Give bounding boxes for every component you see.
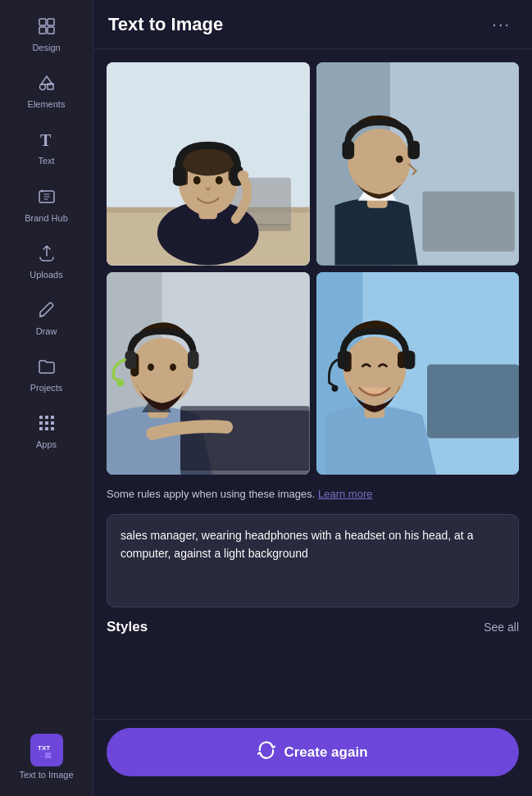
sidebar-item-projects[interactable]: Projects <box>0 348 93 402</box>
learn-more-link[interactable]: Learn more <box>318 488 372 500</box>
svg-point-54 <box>116 379 124 386</box>
svg-rect-65 <box>402 350 415 369</box>
svg-rect-15 <box>39 427 43 430</box>
svg-rect-44 <box>422 192 515 252</box>
svg-rect-64 <box>337 350 349 369</box>
header: Text to Image ··· <box>93 0 532 49</box>
sidebar-item-brand-hub-label: Brand Hub <box>25 213 68 224</box>
uploads-icon <box>37 243 57 266</box>
text-icon: T <box>37 130 57 152</box>
rules-text: Some rules apply when using these images… <box>107 486 519 503</box>
draw-icon <box>37 300 57 323</box>
sidebar-item-text-label: Text <box>38 156 54 166</box>
svg-rect-14 <box>51 421 54 425</box>
main-panel: Text to Image ··· <box>93 0 532 796</box>
svg-text:TXT: TXT <box>38 744 50 752</box>
svg-point-41 <box>395 156 402 163</box>
image-2-bg <box>316 62 520 266</box>
svg-rect-52 <box>125 350 137 369</box>
elements-icon <box>37 73 57 96</box>
svg-point-33 <box>216 176 223 184</box>
svg-point-51 <box>170 363 176 371</box>
sidebar-item-text[interactable]: T Text <box>0 121 93 175</box>
sidebar-item-uploads[interactable]: Uploads <box>0 235 93 289</box>
svg-point-50 <box>148 363 154 371</box>
svg-rect-2 <box>39 27 46 34</box>
refresh-icon <box>257 741 275 763</box>
svg-rect-0 <box>39 19 46 25</box>
svg-rect-3 <box>48 27 54 34</box>
svg-text:→🖼: →🖼 <box>38 753 52 760</box>
image-4-bg <box>316 272 520 475</box>
svg-rect-34 <box>173 166 186 186</box>
design-icon <box>37 16 57 39</box>
page-title: Text to Image <box>108 14 223 35</box>
brand-hub-icon <box>37 187 57 210</box>
sidebar-item-apps[interactable]: Apps <box>0 405 93 458</box>
image-grid <box>107 62 519 475</box>
svg-rect-59 <box>427 364 520 438</box>
prompt-input[interactable] <box>120 526 505 592</box>
sidebar-item-draw[interactable]: Draw <box>0 292 93 345</box>
sidebar-item-brand-hub[interactable]: Brand Hub <box>0 179 93 232</box>
styles-section-header: Styles See all <box>107 619 519 635</box>
sidebar: Design Elements T Text Brand Hub <box>0 0 93 796</box>
sidebar-item-apps-label: Apps <box>36 439 57 450</box>
sidebar-item-projects-label: Projects <box>30 383 63 393</box>
styles-title: Styles <box>107 619 148 635</box>
content-area: Some rules apply when using these images… <box>93 49 532 719</box>
generated-image-1[interactable] <box>107 62 310 266</box>
svg-rect-17 <box>51 427 54 430</box>
svg-point-8 <box>41 189 43 192</box>
sidebar-item-text-to-image[interactable]: TXT →🖼 Text to Image <box>0 725 93 788</box>
sidebar-item-design[interactable]: Design <box>0 8 93 61</box>
projects-icon <box>37 357 57 380</box>
svg-rect-43 <box>407 141 420 160</box>
svg-rect-56 <box>180 410 310 470</box>
svg-rect-9 <box>39 416 43 419</box>
svg-rect-53 <box>188 350 199 369</box>
bottom-bar: Create again <box>93 719 532 796</box>
sidebar-item-design-label: Design <box>32 43 60 53</box>
svg-rect-10 <box>45 416 48 419</box>
generated-image-3[interactable] <box>107 272 310 475</box>
svg-rect-13 <box>45 421 48 425</box>
prompt-area <box>107 514 519 607</box>
generated-image-2[interactable] <box>316 62 520 266</box>
rules-text-content: Some rules apply when using these images… <box>107 488 315 500</box>
image-1-bg <box>107 62 310 266</box>
svg-rect-42 <box>342 141 354 160</box>
sidebar-item-elements-label: Elements <box>28 99 66 110</box>
generated-image-4[interactable] <box>316 272 520 475</box>
image-3-bg <box>107 272 310 475</box>
more-options-button[interactable]: ··· <box>485 11 517 37</box>
create-again-label: Create again <box>284 744 367 761</box>
sidebar-item-draw-label: Draw <box>36 326 57 337</box>
svg-rect-1 <box>48 19 54 25</box>
svg-rect-11 <box>51 416 54 419</box>
sidebar-item-elements[interactable]: Elements <box>0 65 93 118</box>
text-to-image-icon: TXT →🖼 <box>30 734 63 766</box>
styles-see-all-button[interactable]: See all <box>484 621 519 634</box>
svg-text:T: T <box>40 131 52 149</box>
svg-rect-16 <box>45 427 48 430</box>
apps-icon <box>37 413 57 436</box>
svg-point-66 <box>331 384 338 391</box>
svg-point-32 <box>193 176 201 184</box>
sidebar-bottom-item-label: Text to Image <box>19 770 73 780</box>
svg-point-48 <box>130 337 193 405</box>
svg-rect-12 <box>39 421 43 425</box>
create-again-button[interactable]: Create again <box>107 728 519 776</box>
sidebar-item-uploads-label: Uploads <box>30 270 62 280</box>
svg-point-36 <box>238 171 249 182</box>
